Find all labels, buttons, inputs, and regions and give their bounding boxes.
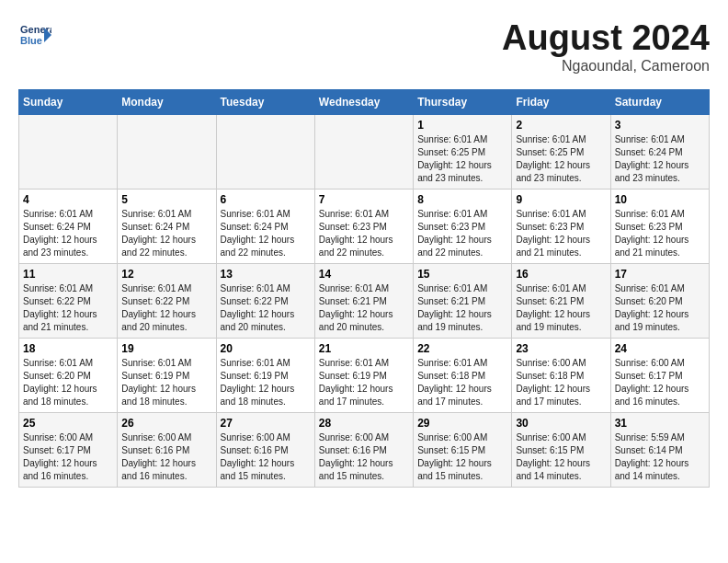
weekday-header-saturday: Saturday	[610, 90, 709, 115]
day-number: 26	[121, 417, 211, 430]
day-number: 24	[615, 342, 705, 355]
calendar-day-cell: 10Sunrise: 6:01 AM Sunset: 6:23 PM Dayli…	[610, 190, 709, 264]
day-info: Sunrise: 6:00 AM Sunset: 6:16 PM Dayligh…	[121, 431, 211, 483]
calendar-day-cell: 7Sunrise: 6:01 AM Sunset: 6:23 PM Daylig…	[314, 190, 413, 264]
day-number: 11	[23, 268, 113, 281]
calendar-day-cell	[216, 115, 314, 190]
day-number: 20	[221, 342, 311, 355]
day-info: Sunrise: 6:00 AM Sunset: 6:16 PM Dayligh…	[319, 431, 409, 483]
calendar-day-cell: 13Sunrise: 6:01 AM Sunset: 6:22 PM Dayli…	[216, 264, 314, 339]
calendar-day-cell: 1Sunrise: 6:01 AM Sunset: 6:25 PM Daylig…	[414, 115, 512, 190]
day-number: 5	[121, 193, 211, 206]
calendar-day-cell: 31Sunrise: 5:59 AM Sunset: 6:14 PM Dayli…	[610, 413, 709, 488]
calendar-table: SundayMondayTuesdayWednesdayThursdayFrid…	[18, 89, 710, 488]
calendar-week-row: 11Sunrise: 6:01 AM Sunset: 6:22 PM Dayli…	[19, 264, 710, 339]
svg-text:Blue: Blue	[20, 35, 42, 46]
day-info: Sunrise: 6:00 AM Sunset: 6:16 PM Dayligh…	[221, 431, 311, 483]
day-info: Sunrise: 5:59 AM Sunset: 6:14 PM Dayligh…	[615, 431, 705, 483]
day-number: 12	[121, 268, 211, 281]
calendar-day-cell: 21Sunrise: 6:01 AM Sunset: 6:19 PM Dayli…	[314, 339, 413, 413]
calendar-week-row: 4Sunrise: 6:01 AM Sunset: 6:24 PM Daylig…	[19, 190, 710, 264]
calendar-day-cell: 18Sunrise: 6:01 AM Sunset: 6:20 PM Dayli…	[19, 339, 118, 413]
calendar-day-cell: 9Sunrise: 6:01 AM Sunset: 6:23 PM Daylig…	[512, 190, 610, 264]
day-number: 16	[516, 268, 606, 281]
day-number: 29	[417, 417, 507, 430]
day-info: Sunrise: 6:01 AM Sunset: 6:23 PM Dayligh…	[417, 208, 507, 259]
day-info: Sunrise: 6:01 AM Sunset: 6:19 PM Dayligh…	[221, 357, 311, 408]
day-info: Sunrise: 6:01 AM Sunset: 6:21 PM Dayligh…	[516, 282, 606, 334]
day-number: 9	[516, 193, 606, 206]
weekday-header-row: SundayMondayTuesdayWednesdayThursdayFrid…	[19, 90, 710, 115]
day-number: 10	[615, 193, 705, 206]
calendar-body: 1Sunrise: 6:01 AM Sunset: 6:25 PM Daylig…	[19, 115, 710, 488]
day-info: Sunrise: 6:01 AM Sunset: 6:25 PM Dayligh…	[417, 133, 507, 185]
day-info: Sunrise: 6:01 AM Sunset: 6:24 PM Dayligh…	[121, 208, 211, 259]
day-number: 28	[319, 417, 409, 430]
calendar-day-cell: 17Sunrise: 6:01 AM Sunset: 6:20 PM Dayli…	[610, 264, 709, 339]
day-info: Sunrise: 6:00 AM Sunset: 6:15 PM Dayligh…	[516, 431, 606, 483]
calendar-day-cell: 2Sunrise: 6:01 AM Sunset: 6:25 PM Daylig…	[512, 115, 610, 190]
day-info: Sunrise: 6:00 AM Sunset: 6:17 PM Dayligh…	[23, 431, 113, 483]
day-number: 15	[417, 268, 507, 281]
day-number: 6	[221, 193, 311, 206]
day-number: 4	[23, 193, 113, 206]
day-info: Sunrise: 6:00 AM Sunset: 6:15 PM Dayligh…	[417, 431, 507, 483]
day-info: Sunrise: 6:01 AM Sunset: 6:20 PM Dayligh…	[615, 282, 705, 334]
day-number: 8	[417, 193, 507, 206]
day-info: Sunrise: 6:01 AM Sunset: 6:24 PM Dayligh…	[23, 208, 113, 259]
calendar-week-row: 18Sunrise: 6:01 AM Sunset: 6:20 PM Dayli…	[19, 339, 710, 413]
day-number: 22	[417, 342, 507, 355]
calendar-day-cell: 8Sunrise: 6:01 AM Sunset: 6:23 PM Daylig…	[414, 190, 512, 264]
calendar-day-cell: 27Sunrise: 6:00 AM Sunset: 6:16 PM Dayli…	[216, 413, 314, 488]
weekday-header-wednesday: Wednesday	[314, 90, 413, 115]
logo: General Blue	[18, 18, 51, 52]
calendar-day-cell: 5Sunrise: 6:01 AM Sunset: 6:24 PM Daylig…	[118, 190, 216, 264]
day-info: Sunrise: 6:01 AM Sunset: 6:19 PM Dayligh…	[319, 357, 409, 408]
calendar-day-cell: 3Sunrise: 6:01 AM Sunset: 6:24 PM Daylig…	[610, 115, 709, 190]
day-info: Sunrise: 6:01 AM Sunset: 6:19 PM Dayligh…	[121, 357, 211, 408]
day-info: Sunrise: 6:01 AM Sunset: 6:22 PM Dayligh…	[23, 282, 113, 334]
weekday-header-friday: Friday	[512, 90, 610, 115]
calendar-day-cell: 6Sunrise: 6:01 AM Sunset: 6:24 PM Daylig…	[216, 190, 314, 264]
day-info: Sunrise: 6:01 AM Sunset: 6:20 PM Dayligh…	[23, 357, 113, 408]
day-number: 30	[516, 417, 606, 430]
calendar-day-cell	[118, 115, 216, 190]
day-number: 7	[319, 193, 409, 206]
calendar-week-row: 25Sunrise: 6:00 AM Sunset: 6:17 PM Dayli…	[19, 413, 710, 488]
weekday-header-sunday: Sunday	[19, 90, 118, 115]
calendar-week-row: 1Sunrise: 6:01 AM Sunset: 6:25 PM Daylig…	[19, 115, 710, 190]
calendar-header: SundayMondayTuesdayWednesdayThursdayFrid…	[19, 90, 710, 115]
day-info: Sunrise: 6:01 AM Sunset: 6:23 PM Dayligh…	[615, 208, 705, 259]
weekday-header-tuesday: Tuesday	[216, 90, 314, 115]
weekday-header-thursday: Thursday	[414, 90, 512, 115]
day-number: 21	[319, 342, 409, 355]
location-subtitle: Ngaoundal, Cameroon	[502, 58, 710, 75]
day-number: 25	[23, 417, 113, 430]
day-info: Sunrise: 6:01 AM Sunset: 6:24 PM Dayligh…	[615, 133, 705, 185]
calendar-day-cell: 11Sunrise: 6:01 AM Sunset: 6:22 PM Dayli…	[19, 264, 118, 339]
calendar-day-cell: 12Sunrise: 6:01 AM Sunset: 6:22 PM Dayli…	[118, 264, 216, 339]
page-header: General Blue August 2024 Ngaoundal, Came…	[18, 18, 710, 75]
weekday-header-monday: Monday	[118, 90, 216, 115]
logo-icon: General Blue	[18, 18, 51, 52]
day-info: Sunrise: 6:01 AM Sunset: 6:18 PM Dayligh…	[417, 357, 507, 408]
day-number: 27	[221, 417, 311, 430]
day-number: 3	[615, 119, 705, 132]
day-number: 1	[417, 119, 507, 132]
day-info: Sunrise: 6:01 AM Sunset: 6:21 PM Dayligh…	[319, 282, 409, 334]
day-number: 18	[23, 342, 113, 355]
calendar-day-cell: 19Sunrise: 6:01 AM Sunset: 6:19 PM Dayli…	[118, 339, 216, 413]
day-number: 13	[221, 268, 311, 281]
calendar-day-cell: 15Sunrise: 6:01 AM Sunset: 6:21 PM Dayli…	[414, 264, 512, 339]
day-info: Sunrise: 6:00 AM Sunset: 6:18 PM Dayligh…	[516, 357, 606, 408]
day-number: 17	[615, 268, 705, 281]
day-info: Sunrise: 6:01 AM Sunset: 6:21 PM Dayligh…	[417, 282, 507, 334]
calendar-day-cell: 25Sunrise: 6:00 AM Sunset: 6:17 PM Dayli…	[19, 413, 118, 488]
calendar-day-cell	[314, 115, 413, 190]
calendar-day-cell: 16Sunrise: 6:01 AM Sunset: 6:21 PM Dayli…	[512, 264, 610, 339]
day-info: Sunrise: 6:01 AM Sunset: 6:22 PM Dayligh…	[221, 282, 311, 334]
calendar-day-cell: 22Sunrise: 6:01 AM Sunset: 6:18 PM Dayli…	[414, 339, 512, 413]
calendar-day-cell: 20Sunrise: 6:01 AM Sunset: 6:19 PM Dayli…	[216, 339, 314, 413]
day-number: 23	[516, 342, 606, 355]
calendar-day-cell: 28Sunrise: 6:00 AM Sunset: 6:16 PM Dayli…	[314, 413, 413, 488]
